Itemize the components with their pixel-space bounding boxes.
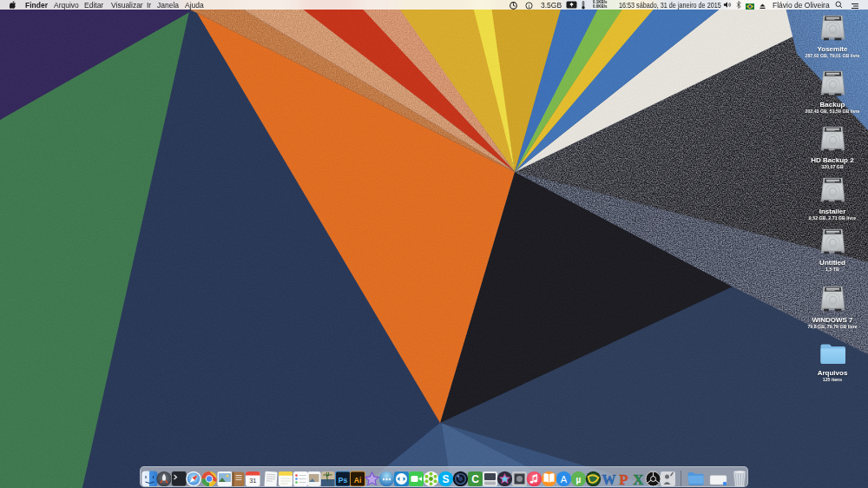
svg-text:A: A (561, 474, 568, 485)
svg-text:Ps: Ps (339, 476, 348, 485)
svg-text:31: 31 (249, 477, 256, 485)
svg-text:i: i (529, 3, 530, 8)
svg-text:X: X (633, 472, 644, 488)
svg-text:Ai: Ai (354, 476, 362, 485)
svg-text:C: C (471, 473, 479, 485)
svg-text:S: S (442, 473, 449, 485)
svg-text:P: P (619, 472, 628, 488)
svg-text:µ: µ (576, 475, 582, 485)
svg-text:W: W (602, 472, 616, 487)
